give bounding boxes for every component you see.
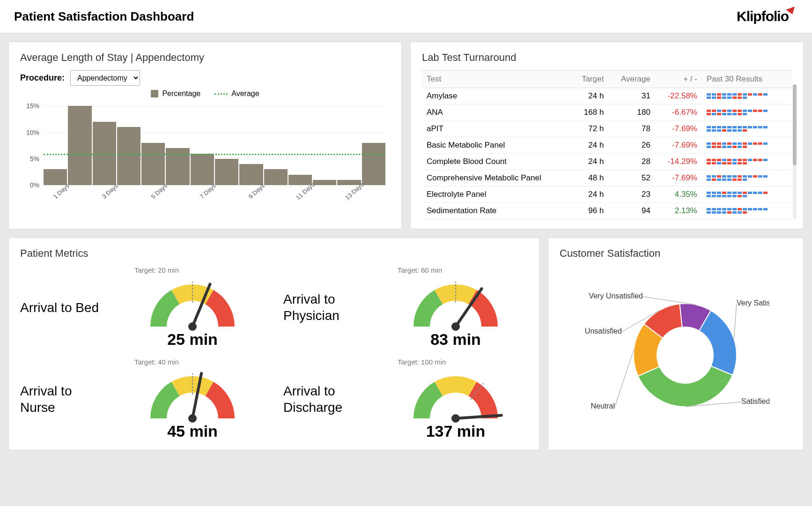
lab-target: 48 h	[571, 170, 609, 186]
lab-target: 96 h	[571, 203, 609, 219]
lab-target: 72 h	[571, 121, 609, 137]
svg-point-8	[188, 414, 197, 423]
lab-delta: -14.29%	[655, 154, 702, 170]
lab-average: 26	[608, 137, 655, 154]
lab-card: Lab Test Turnaround Test Target Average …	[410, 42, 804, 229]
lab-sparkline	[702, 170, 792, 186]
svg-line-16	[643, 297, 696, 305]
svg-point-2	[188, 322, 197, 331]
donut-label: Satisfied	[741, 397, 769, 405]
metric-target: Target: 20 min	[120, 266, 265, 274]
y-tick: 10%	[26, 129, 39, 136]
lab-col-target: Target	[571, 71, 609, 88]
procedure-label: Procedure:	[20, 73, 65, 83]
scrollbar-thumb[interactable]	[793, 84, 797, 165]
lab-average: 78	[608, 121, 655, 137]
donut-label: Very Satisfied	[737, 299, 769, 307]
metric-label: Arrival to Nurse	[20, 383, 109, 416]
lab-average: 52	[608, 170, 655, 186]
lab-average: 180	[608, 104, 655, 121]
los-bar	[68, 106, 91, 185]
y-tick: 15%	[26, 102, 39, 110]
average-dash-icon	[214, 93, 228, 95]
lab-test-name: Basic Metabolic Panel	[422, 137, 571, 154]
gauge-icon	[143, 367, 242, 423]
lab-test-name: Amylase	[422, 88, 571, 104]
metric: Arrival to BedTarget: 20 min25 min	[20, 266, 265, 349]
los-bar-chart: 0%5%10%15% 1 Days3 Days5 Days7 Days9 Day…	[44, 101, 385, 204]
lab-test-name: aPIT	[422, 121, 571, 137]
svg-point-11	[451, 414, 460, 423]
csat-donut-chart: Very SatisfiedSatisfiedNeutralUnsatisfie…	[560, 266, 792, 435]
y-tick: 5%	[30, 155, 39, 163]
table-row: Complete Blood Count24 h28-14.29%	[422, 154, 792, 170]
header-bar: Patient Satisfaction Dashboard Klipfolio	[0, 0, 812, 33]
lab-target: 24 h	[571, 137, 609, 154]
los-legend: Percentage Average	[20, 89, 390, 98]
lab-sparkline	[702, 104, 792, 121]
lab-delta: -22.58%	[655, 88, 702, 104]
lab-sparkline	[702, 186, 792, 203]
svg-line-12	[734, 304, 737, 339]
metric-value: 45 min	[120, 422, 265, 440]
lab-delta: -7.69%	[655, 170, 702, 186]
donut-label: Neutral	[591, 402, 615, 410]
lab-average: 28	[608, 154, 655, 170]
lab-table: Test Target Average + / - Past 30 Result…	[422, 70, 792, 219]
gauge-icon	[406, 367, 505, 423]
csat-title: Customer Satisfaction	[560, 247, 792, 260]
csat-card: Customer Satisfaction Very SatisfiedSati…	[548, 238, 804, 450]
metric-label: Arrival to Physician	[283, 291, 372, 324]
lab-col-delta: + / -	[655, 71, 702, 88]
lab-col-average: Average	[608, 71, 655, 88]
metric: Arrival to PhysicianTarget: 60 min83 min	[283, 266, 528, 349]
lab-sparkline	[702, 121, 792, 137]
metric-label: Arrival to Discharge	[283, 383, 372, 416]
metric-value: 137 min	[384, 422, 528, 440]
y-tick: 0%	[30, 181, 39, 189]
lab-target: 24 h	[571, 88, 609, 104]
donut-label: Very Unsatisfied	[589, 292, 643, 300]
table-row: aPIT72 h78-7.69%	[422, 121, 792, 137]
table-row: Amylase24 h31-22.58%	[422, 88, 792, 104]
metric-value: 25 min	[120, 330, 265, 349]
metrics-title: Patient Metrics	[20, 247, 528, 260]
lab-col-past: Past 30 Results	[702, 71, 792, 88]
table-row: ANA168 h180-6.67%	[422, 104, 792, 121]
metric-target: Target: 40 min	[120, 358, 265, 366]
brand-logo: Klipfolio	[737, 8, 798, 24]
los-bar	[117, 127, 140, 185]
donut-label: Unsatisfied	[585, 327, 622, 335]
metric-target: Target: 100 min	[384, 358, 528, 366]
lab-average: 94	[608, 203, 655, 219]
lab-scrollbar[interactable]	[793, 84, 797, 219]
lab-delta: -6.67%	[655, 104, 702, 121]
lab-test-name: Electrolyte Panel	[422, 186, 571, 203]
logo-triangle-icon	[786, 7, 797, 16]
page-title: Patient Satisfaction Dashboard	[14, 9, 194, 24]
lab-test-name: ANA	[422, 104, 571, 121]
lab-test-name: Complete Blood Count	[422, 154, 571, 170]
procedure-select[interactable]: Appendectomy	[70, 70, 140, 86]
metric-label: Arrival to Bed	[20, 299, 109, 316]
table-row: Basic Metabolic Panel24 h26-7.69%	[422, 137, 792, 154]
svg-line-14	[615, 349, 634, 407]
lab-average: 23	[608, 186, 655, 203]
lab-average: 31	[608, 88, 655, 104]
table-row: Sedimentation Rate96 h942.13%	[422, 203, 792, 219]
metrics-card: Patient Metrics Arrival to BedTarget: 20…	[8, 238, 539, 450]
lab-sparkline	[702, 137, 792, 154]
lab-target: 24 h	[571, 186, 609, 203]
lab-target: 24 h	[571, 154, 609, 170]
lab-delta: -7.69%	[655, 121, 702, 137]
los-card: Average Length of Stay | Appendectomy Pr…	[8, 42, 402, 229]
donut-slice	[638, 366, 733, 407]
lab-test-name: Comprehensive Metabolic Panel	[422, 170, 571, 186]
lab-title: Lab Test Turnaround	[422, 52, 792, 64]
lab-col-test: Test	[422, 71, 571, 88]
lab-sparkline	[702, 203, 792, 219]
los-title: Average Length of Stay | Appendectomy	[20, 52, 390, 64]
lab-sparkline	[702, 88, 792, 104]
percentage-swatch-icon	[151, 90, 158, 97]
lab-test-name: Sedimentation Rate	[422, 203, 571, 219]
